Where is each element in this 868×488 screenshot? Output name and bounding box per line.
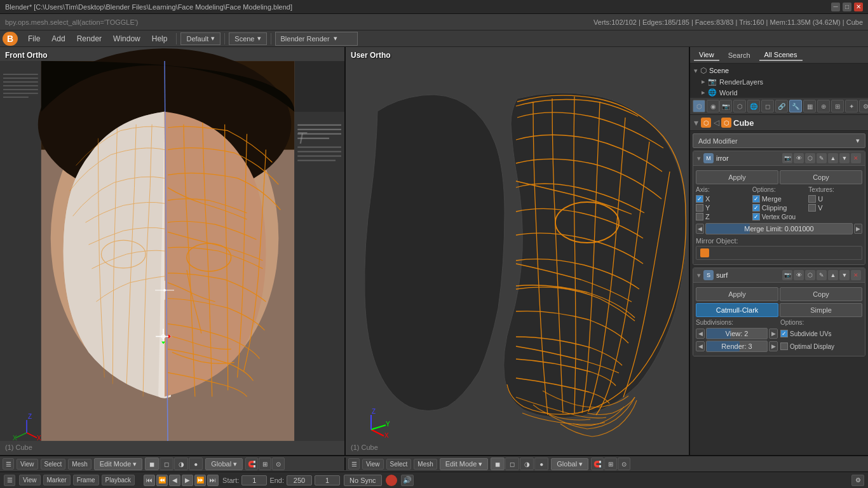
outliner-tab-search[interactable]: Search [723, 50, 756, 60]
mesh-select-right[interactable]: ⊞ [604, 458, 617, 470]
pivot-left[interactable]: Global ▾ [205, 458, 243, 470]
u-checkbox[interactable] [808, 195, 816, 203]
magnet-right[interactable]: 🧲 [591, 458, 604, 470]
view-menu-right[interactable]: View [362, 459, 384, 470]
outliner-tab-view[interactable]: View [694, 50, 719, 61]
view-menu-timeline[interactable]: View [19, 475, 41, 485]
timeline-menu-icon[interactable]: ☰ [4, 475, 15, 486]
render-right-btn[interactable]: ▶ [769, 341, 778, 351]
scene-dropdown[interactable]: Scene ▾ [229, 32, 266, 45]
subsurf-render-icon[interactable]: 📷 [782, 270, 792, 280]
mirror-render-icon[interactable]: 📷 [782, 153, 792, 163]
marker-menu[interactable]: Marker [43, 475, 71, 485]
jump-start-btn[interactable]: ⏮ [144, 475, 155, 486]
viewport-front-ortho[interactable]: Front Ortho [0, 47, 346, 455]
prop-icon-world[interactable]: 🌐 [747, 100, 760, 112]
shading-solid-left[interactable]: ◼ [145, 458, 159, 470]
timeline-settings-icon[interactable]: ⚙ [851, 475, 864, 486]
view-left-btn[interactable]: ◀ [696, 329, 705, 339]
prop-icon-material[interactable]: ⊕ [817, 100, 830, 112]
vertex-grou-checkbox[interactable]: ✓ [752, 213, 760, 220]
mesh-menu-left[interactable]: Mesh [68, 459, 91, 470]
scene-tree-item-scene[interactable]: ▾ ⬡ Scene [690, 65, 868, 76]
scene-tree-item-world[interactable]: ▸ 🌐 World [690, 87, 868, 98]
layout-dropdown[interactable]: Default ▾ [180, 32, 220, 45]
axis-z-checkbox[interactable] [696, 213, 703, 220]
proportional-left[interactable]: ⊙ [272, 458, 285, 470]
mirror-delete-icon[interactable]: ✕ [851, 153, 861, 163]
merge-limit-right[interactable]: ▶ [854, 224, 862, 234]
shading-wire-left[interactable]: ◻ [159, 458, 173, 470]
mirror-down-icon[interactable]: ▼ [839, 153, 850, 163]
next-frame-btn[interactable]: ⏩ [194, 475, 206, 486]
viewport-left-menu-icon[interactable]: ☰ [3, 458, 14, 470]
edit-mode-left[interactable]: Edit Mode ▾ [94, 458, 143, 470]
prop-icon-data[interactable]: ▦ [803, 100, 816, 112]
magnet-left[interactable]: 🧲 [245, 458, 258, 470]
play-forward-btn[interactable]: ▶ [182, 475, 193, 486]
subsurf-edit-icon[interactable]: ✎ [817, 270, 827, 280]
pivot-right[interactable]: Global ▾ [551, 458, 588, 470]
mirror-collapse-arrow[interactable]: ▾ [697, 154, 701, 163]
mirror-apply-button[interactable]: Apply [696, 170, 778, 184]
view-right-btn[interactable]: ▶ [769, 329, 778, 339]
viewport-right-menu-icon[interactable]: ☰ [348, 458, 360, 470]
close-button[interactable]: ✕ [854, 3, 863, 11]
prop-icon-scene[interactable]: ⬡ [733, 100, 746, 112]
prop-icon-mesh[interactable]: ⬡ [693, 100, 705, 112]
v-checkbox[interactable] [808, 204, 816, 212]
shading-mat-right[interactable]: ◑ [520, 458, 534, 470]
mirror-copy-button[interactable]: Copy [780, 170, 862, 184]
proportional-right[interactable]: ⊙ [618, 458, 630, 470]
frame-menu[interactable]: Frame [73, 475, 99, 485]
subsurf-copy-button[interactable]: Copy [780, 287, 862, 301]
current-frame-input[interactable]: 1 [315, 475, 340, 485]
shading-solid-right[interactable]: ◼ [491, 458, 505, 470]
subsurf-view-icon[interactable]: 👁 [794, 270, 804, 280]
catmull-clark-button[interactable]: Catmull-Clark [696, 303, 778, 317]
subsurf-collapse-arrow[interactable]: ▾ [697, 271, 701, 280]
shading-render-left[interactable]: ● [189, 458, 203, 470]
merge-limit-left[interactable]: ◀ [696, 224, 704, 234]
select-menu-right[interactable]: Select [386, 459, 412, 470]
prop-icon-camera[interactable]: ◉ [707, 100, 719, 112]
axis-y-checkbox[interactable] [696, 204, 703, 212]
nosync-button[interactable]: No Sync [344, 475, 382, 486]
prop-icon-texture[interactable]: ⊞ [831, 100, 844, 112]
add-modifier-button[interactable]: Add Modifier ▾ [693, 133, 865, 148]
menu-file[interactable]: File [23, 32, 45, 46]
merge-checkbox[interactable]: ✓ [752, 195, 760, 203]
menu-help[interactable]: Help [147, 32, 173, 46]
prop-icon-physics[interactable]: ⚙ [859, 100, 868, 112]
menu-render[interactable]: Render [72, 32, 107, 46]
outliner-tab-all-scenes[interactable]: All Scenes [759, 50, 803, 61]
start-frame-input[interactable]: 1 [241, 475, 267, 485]
prev-frame-btn[interactable]: ⏪ [156, 475, 168, 486]
menu-add[interactable]: Add [46, 32, 70, 46]
merge-limit-slider[interactable]: Merge Limit: 0.001000 [705, 223, 853, 234]
mirror-edit-icon[interactable]: ✎ [817, 153, 827, 163]
viewport-left-canvas[interactable]: T [0, 47, 344, 455]
maximize-button[interactable]: □ [843, 3, 851, 11]
mirror-view-icon[interactable]: 👁 [794, 153, 804, 163]
prop-icon-modifier[interactable]: 🔧 [789, 100, 802, 112]
clipping-checkbox[interactable]: ✓ [752, 204, 760, 212]
properties-scroll[interactable]: Add Modifier ▾ ▾ M irror 📷 👁 ⬡ ✎ ▲ ▼ [690, 131, 868, 455]
prop-icon-render[interactable]: 📷 [719, 100, 732, 112]
end-frame-input[interactable]: 250 [287, 475, 312, 485]
optimal-display-checkbox[interactable] [780, 342, 788, 350]
playback-menu[interactable]: Playback [102, 475, 135, 485]
subsurf-down-icon[interactable]: ▼ [839, 270, 850, 280]
simple-button[interactable]: Simple [780, 303, 862, 317]
menu-window[interactable]: Window [108, 32, 146, 46]
scene-tree-item-renderlayers[interactable]: ▸ 📷 RenderLayers [690, 76, 868, 87]
select-menu-left[interactable]: Select [41, 459, 66, 470]
subsurf-cage-icon[interactable]: ⬡ [805, 270, 815, 280]
shading-render-right[interactable]: ● [534, 458, 548, 470]
mirror-up-icon[interactable]: ▲ [828, 153, 838, 163]
subdivide-uvs-checkbox[interactable]: ✓ [780, 330, 788, 337]
render-slider[interactable]: Render: 3 [706, 341, 768, 352]
play-back-btn[interactable]: ◀ [169, 475, 180, 486]
subsurf-up-icon[interactable]: ▲ [828, 270, 838, 280]
shading-mat-left[interactable]: ◑ [174, 458, 188, 470]
